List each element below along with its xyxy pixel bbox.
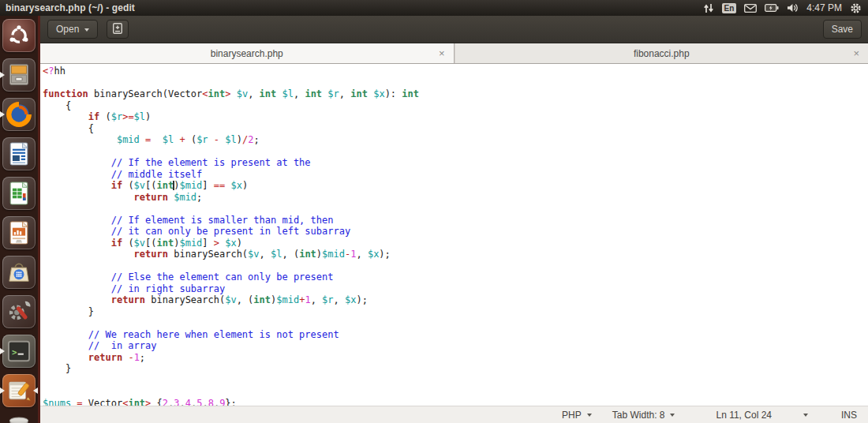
- code-line: [43, 77, 868, 89]
- launcher-item-libreoffice-calc[interactable]: [2, 177, 36, 210]
- code-line: $mid = $l + ($r - $l)/2;: [43, 134, 868, 146]
- goto-line-dropdown-icon[interactable]: [803, 414, 808, 419]
- new-document-button[interactable]: [107, 20, 129, 39]
- running-pip: [0, 111, 8, 118]
- code-line: // in array: [43, 340, 868, 352]
- code-line: }: [43, 363, 868, 375]
- code-line: // We reach here when element is not pre…: [43, 329, 868, 341]
- indicator-tray: En 4:47 PM: [703, 2, 868, 14]
- tab-binarysearch.php[interactable]: binarysearch.php×: [40, 43, 455, 63]
- code-line: if ($r>=$l): [43, 111, 868, 123]
- code-line: [43, 375, 868, 387]
- code-line: [43, 386, 868, 398]
- session-gear-icon[interactable]: [850, 2, 862, 14]
- top-panel: binarysearch.php (~/) - gedit En 4:47 PM: [0, 0, 868, 16]
- code-line: return binarySearch($v, (int)$mid+1, $r,…: [43, 294, 868, 306]
- svg-text:>: >: [12, 347, 17, 357]
- cursor-position[interactable]: Ln 11, Col 24: [716, 410, 772, 421]
- open-button[interactable]: Open: [47, 20, 98, 39]
- battery-indicator-icon[interactable]: [765, 4, 779, 12]
- code-line: function binarySearch(Vector<int> $v, in…: [43, 88, 868, 100]
- code-line: return binarySearch($v, $l, (int)$mid-1,…: [43, 249, 868, 260]
- code-line: <?hh: [43, 66, 868, 77]
- running-pip: [0, 72, 8, 78]
- insert-mode-indicator[interactable]: INS: [841, 410, 857, 421]
- language-mode-selector[interactable]: PHP: [562, 410, 592, 421]
- code-line: [43, 260, 868, 272]
- code-line: [43, 146, 868, 158]
- tab-label: fibonacci.php: [634, 48, 690, 59]
- tab-width-selector[interactable]: Tab Width: 8: [612, 410, 675, 421]
- network-sync-icon[interactable]: [703, 3, 714, 13]
- code-line: // middle itself: [43, 169, 868, 181]
- cursor-position-label: Ln 11, Col 24: [716, 410, 772, 421]
- open-button-label: Open: [56, 24, 79, 35]
- code-line: // If the element is present at the: [43, 157, 868, 169]
- tab-close-icon[interactable]: ×: [853, 47, 859, 58]
- unity-launcher: >: [0, 16, 38, 423]
- tab-close-icon[interactable]: ×: [439, 47, 445, 58]
- clock-indicator[interactable]: 4:47 PM: [806, 2, 842, 13]
- tab-bar: binarysearch.php×fibonacci.php×: [40, 43, 868, 64]
- launcher-item-trash[interactable]: [2, 414, 36, 423]
- focused-pip: [30, 387, 38, 394]
- code-line: $nums = Vector<int> {2,3,4,5,8,9};: [43, 398, 868, 406]
- new-document-icon: [111, 22, 124, 37]
- insert-mode-label: INS: [841, 410, 857, 421]
- code-line: if ($v[(int)$mid] == $x): [43, 180, 868, 192]
- code-line: [43, 203, 868, 215]
- code-line: [43, 317, 868, 329]
- code-line: {: [43, 123, 868, 135]
- tab-width-label: Tab Width: 8: [612, 410, 665, 421]
- chevron-down-icon: [84, 28, 89, 34]
- chevron-down-icon: [587, 414, 592, 419]
- tab-label: binarysearch.php: [211, 48, 283, 59]
- tab-fibonacci.php[interactable]: fibonacci.php×: [455, 43, 868, 63]
- sound-indicator-icon[interactable]: [787, 3, 799, 13]
- code-area[interactable]: <?hh function binarySearch(Vector<int> $…: [40, 64, 868, 406]
- save-button-label: Save: [832, 24, 853, 35]
- save-button[interactable]: Save: [823, 20, 862, 39]
- code-line: // Else the element can only be present: [43, 271, 868, 283]
- code-line: if ($v[(int)$mid] > $x): [43, 238, 868, 249]
- window-title: binarysearch.php (~/) - gedit: [0, 2, 135, 13]
- launcher-item-ubuntu-dash[interactable]: [2, 19, 36, 52]
- launcher-item-ubuntu-software[interactable]: [2, 256, 36, 289]
- message-indicator-icon[interactable]: [744, 4, 757, 13]
- code-line: // in right subarray: [43, 283, 868, 295]
- running-pip: [0, 387, 8, 394]
- gedit-toolbar: Open Save: [40, 16, 868, 43]
- launcher-item-libreoffice-writer[interactable]: [2, 137, 36, 170]
- language-mode-label: PHP: [562, 410, 582, 421]
- chevron-down-icon: [670, 414, 675, 419]
- code-line: }: [43, 306, 868, 318]
- code-line: // If element is smaller than mid, then: [43, 215, 868, 226]
- code-line: // it can only be present in left subarr…: [43, 226, 868, 238]
- code-line: {: [43, 100, 868, 112]
- keyboard-layout-indicator[interactable]: En: [722, 3, 737, 13]
- running-pip: [0, 348, 8, 354]
- gedit-window: Open Save binarysearch.php×fibonacci.php…: [38, 16, 868, 423]
- status-bar: PHP Tab Width: 8 Ln 11, Col 24 INS: [40, 406, 868, 423]
- launcher-item-libreoffice-impress[interactable]: [2, 216, 36, 249]
- launcher-item-system-settings[interactable]: [2, 295, 36, 328]
- code-line: return -1;: [43, 352, 868, 364]
- code-line: return $mid;: [43, 192, 868, 204]
